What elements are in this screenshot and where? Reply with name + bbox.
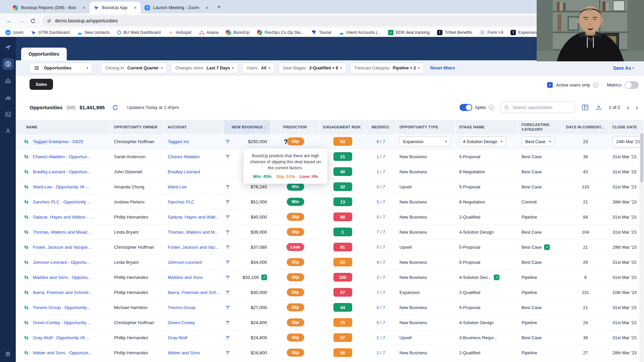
- table-row[interactable]: Maddox and Sons - Opportu...Phillip Hern…: [16, 270, 644, 285]
- prediction-badge[interactable]: Slip: [287, 334, 304, 342]
- opportunity-name-link[interactable]: Maddox and Sons - Opportu...: [33, 275, 91, 280]
- metrics-toggle[interactable]: [625, 81, 639, 89]
- opportunity-name-link[interactable]: Green-Conley - Opportunity ...: [33, 320, 91, 325]
- bookmark-item[interactable]: tTriNet Benefits: [437, 30, 472, 35]
- table-row[interactable]: Bradley-Leonard - Opportun...John Odonne…: [16, 164, 644, 179]
- meddicc-score-link[interactable]: 2 / 7: [377, 350, 385, 355]
- splits-control[interactable]: Splits i: [460, 104, 494, 111]
- account-link[interactable]: Maddox and Sons: [168, 275, 203, 280]
- meddicc-score-link[interactable]: 7 / 7: [377, 230, 385, 235]
- column-header-forecast[interactable]: FORECASTING CATEGORY: [518, 120, 562, 134]
- column-header-close[interactable]: CLOSE DATE: [609, 120, 644, 134]
- column-header-meddicc[interactable]: MEDDICC: [366, 120, 396, 134]
- prediction-badge[interactable]: Slip: [287, 213, 304, 221]
- prediction-badge[interactable]: Lose: [286, 243, 304, 251]
- bookmark-item[interactable]: ≡BDR deal tracking: [388, 30, 430, 35]
- prediction-badge[interactable]: Slip: [287, 288, 304, 296]
- browser-tab[interactable]: Boostup Reports (DM) - Boo×: [9, 2, 90, 13]
- meddicc-score-link[interactable]: 0 / 7: [377, 215, 385, 220]
- meddicc-score-link[interactable]: 0 / 7: [377, 305, 385, 310]
- column-header-days[interactable]: DAYS IN CURRENT...: [562, 120, 609, 134]
- filter-pill[interactable]: Changes since:Last 7 Days▾: [171, 63, 238, 73]
- split-icon[interactable]: [225, 290, 230, 295]
- account-link[interactable]: Bradley-Leonard: [168, 169, 200, 174]
- refresh-icon[interactable]: [30, 18, 36, 24]
- bookmark-item[interactable]: zmzoom: [5, 30, 23, 35]
- close-icon[interactable]: ×: [206, 5, 209, 10]
- vertical-scrollbar[interactable]: [640, 131, 644, 362]
- save-as-button[interactable]: Save As ▾: [613, 65, 634, 71]
- filter-pill[interactable]: Forecast Category:Pipeline + 2▾: [350, 63, 424, 73]
- split-icon[interactable]: [225, 275, 230, 280]
- table-row[interactable]: Salazar, Hayes and Walton - ...Phillip H…: [16, 209, 644, 225]
- stage-name-select[interactable]: 4-Solution Design▾: [459, 136, 506, 147]
- reset-filters-link[interactable]: Reset filters: [430, 65, 455, 70]
- opportunity-name-link[interactable]: Gray-Wolf - Opportunity #5 ...: [33, 335, 90, 340]
- column-header-type[interactable]: OPPORTUNITY TYPE: [396, 120, 456, 134]
- bookmark-item[interactable]: ☁Intent Accounts |...: [338, 30, 381, 35]
- active-users-checkbox[interactable]: ✓: [547, 82, 553, 88]
- table-row[interactable]: Gray-Wolf - Opportunity #5 ...Phillip He…: [16, 330, 644, 345]
- table-row[interactable]: Weber and Sons - Opportuni...Phillip Her…: [16, 345, 644, 360]
- split-icon[interactable]: [225, 215, 230, 220]
- filter-pill[interactable]: Users:All▾: [242, 63, 275, 73]
- forward-icon[interactable]: →: [18, 18, 24, 24]
- sidebar-item-deals[interactable]: $: [2, 58, 14, 70]
- column-header-risk[interactable]: ENGAGEMENT RISK: [320, 120, 366, 134]
- opportunity-name-link[interactable]: Weber and Sons - Opportuni...: [33, 350, 92, 355]
- account-link[interactable]: Salazar, Hayes and Walt...: [168, 215, 219, 220]
- table-row[interactable]: Johnson-Leonard - Opportu...Linda Bryant…: [16, 255, 644, 270]
- bookmark-item[interactable]: BU Web Dashboard: [117, 30, 161, 35]
- account-link[interactable]: Taggart Inc: [168, 139, 189, 144]
- bookmark-item[interactable]: Asana: [199, 30, 218, 35]
- table-row[interactable]: Ibarra, Freeman and Schmid...Phillip Her…: [16, 285, 644, 300]
- account-link[interactable]: Thomas, Watkins and M...: [168, 230, 218, 235]
- table-row[interactable]: Trevino Group - Opportunity...Michael Ha…: [16, 300, 644, 315]
- column-header-owner[interactable]: OPPORTUNITY OWNER: [111, 120, 164, 134]
- opportunity-name-link[interactable]: Foster, Jackson and Vazque...: [33, 245, 91, 250]
- split-icon[interactable]: [225, 245, 230, 250]
- settings-gear-icon[interactable]: ⚙: [5, 350, 11, 358]
- sidebar-item-accounts[interactable]: [2, 125, 14, 137]
- opportunity-name-link[interactable]: Trevino Group - Opportunity...: [33, 305, 90, 310]
- prediction-badge[interactable]: Slip: [287, 318, 304, 326]
- bookmark-item[interactable]: Tourial: [311, 30, 331, 35]
- meddicc-score-link[interactable]: 1 / 7: [377, 154, 385, 159]
- bookmark-item[interactable]: BoostUp: [226, 30, 250, 35]
- opportunity-name-link[interactable]: Chavez-Madden - Opportun...: [33, 154, 91, 159]
- meddicc-score-link[interactable]: 0 / 7: [377, 184, 385, 189]
- opportunity-type-select[interactable]: Expansion▾: [399, 136, 450, 147]
- search-box[interactable]: [500, 102, 575, 113]
- close-date-editor[interactable]: 24th Mar '23: [612, 136, 644, 147]
- prediction-badge[interactable]: Slip: [287, 303, 304, 311]
- meddicc-score-link[interactable]: 7 / 7: [377, 290, 385, 295]
- site-settings-icon[interactable]: [47, 18, 52, 23]
- opportunity-name-link[interactable]: Sanchez PLC - Opportunity ...: [33, 199, 91, 204]
- meddicc-score-link[interactable]: 1 / 7: [377, 169, 385, 174]
- split-icon[interactable]: [225, 230, 230, 235]
- sidebar-item-dashboards[interactable]: [2, 109, 14, 120]
- prediction-badge[interactable]: Slip: [287, 273, 304, 281]
- split-icon[interactable]: [225, 154, 230, 159]
- account-link[interactable]: Chavez-Madden: [168, 154, 200, 159]
- table-row[interactable]: Taggart Enterprise - 03/25Christopher Hu…: [16, 134, 644, 149]
- table-row[interactable]: Chavez-Madden - Opportun...Sarah Anderso…: [16, 149, 644, 164]
- account-link[interactable]: Trevino Group: [168, 305, 196, 310]
- account-link[interactable]: Ward-Lee: [168, 184, 187, 189]
- opportunity-name-link[interactable]: Bradley-Leonard - Opportun...: [33, 169, 91, 174]
- prediction-badge[interactable]: Slip: [287, 349, 304, 357]
- close-icon[interactable]: ×: [83, 5, 86, 10]
- table-row[interactable]: Ward-Lee - Opportunity #6 -...Amanda Chu…: [16, 179, 644, 194]
- column-header-stage[interactable]: STAGE NAME: [456, 120, 518, 134]
- forecast-category-select[interactable]: Best Case▾: [522, 136, 554, 147]
- split-icon[interactable]: [225, 139, 230, 144]
- opportunity-name-link[interactable]: Taggart Enterprise - 03/25: [33, 139, 83, 144]
- bookmark-item[interactable]: GTM Dashboard: [31, 30, 69, 35]
- browser-tab[interactable]: ZLaunch Meeting - Zoom×: [141, 2, 212, 13]
- download-icon[interactable]: [595, 104, 602, 111]
- prev-page-icon[interactable]: ‹: [627, 104, 629, 111]
- bookmark-item[interactable]: ✳Hubspot: [168, 30, 192, 35]
- account-link[interactable]: Gray-Wolf: [168, 335, 187, 340]
- meddicc-score-link[interactable]: 6 / 7: [377, 139, 385, 144]
- split-icon[interactable]: [225, 184, 230, 189]
